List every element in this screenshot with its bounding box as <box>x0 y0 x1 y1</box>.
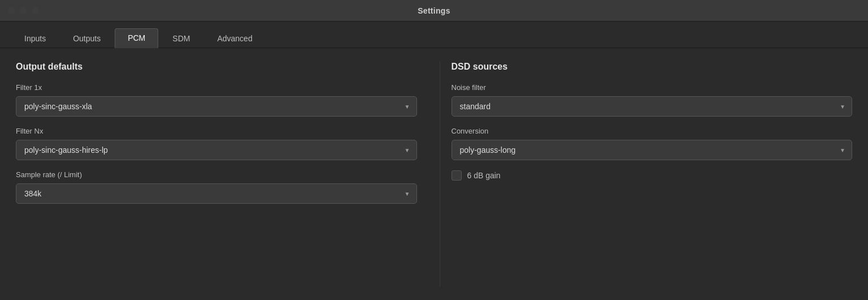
sample-rate-select-wrapper: 384k192k96k48k44.1k ▼ <box>16 183 417 204</box>
filter-1x-select[interactable]: poly-sinc-gauss-xlapoly-sinc-gauss-xlpol… <box>16 96 417 117</box>
noise-filter-label: Noise filter <box>452 83 853 92</box>
filter-1x-label: Filter 1x <box>16 83 417 92</box>
main-content: Output defaults Filter 1x poly-sinc-gaus… <box>0 48 868 300</box>
left-panel: Output defaults Filter 1x poly-sinc-gaus… <box>16 62 440 286</box>
noise-filter-group: Noise filter standardlowhighoff ▼ <box>452 83 853 117</box>
tab-advanced[interactable]: Advanced <box>204 29 265 48</box>
sample-rate-group: Sample rate (/ Limit) 384k192k96k48k44.1… <box>16 170 417 204</box>
filter-nx-label: Filter Nx <box>16 127 417 135</box>
title-bar: Settings <box>0 0 868 22</box>
tab-sdm[interactable]: SDM <box>159 29 203 48</box>
maximize-button[interactable] <box>32 7 39 14</box>
settings-window: Settings Inputs Outputs PCM SDM Advanced… <box>0 0 868 300</box>
close-button[interactable] <box>8 7 15 14</box>
filter-1x-group: Filter 1x poly-sinc-gauss-xlapoly-sinc-g… <box>16 83 417 117</box>
noise-filter-select[interactable]: standardlowhighoff <box>452 96 853 117</box>
tab-inputs[interactable]: Inputs <box>11 29 59 48</box>
conversion-group: Conversion poly-gauss-longpoly-gausspoly… <box>452 127 853 160</box>
tab-pcm[interactable]: PCM <box>115 28 158 48</box>
filter-nx-select[interactable]: poly-sinc-gauss-hires-lppoly-sinc-gauss-… <box>16 140 417 160</box>
minimize-button[interactable] <box>20 7 27 14</box>
gain-checkbox[interactable] <box>452 170 462 181</box>
gain-checkbox-label: 6 dB gain <box>467 171 501 180</box>
tabs-bar: Inputs Outputs PCM SDM Advanced <box>0 22 868 48</box>
sample-rate-label: Sample rate (/ Limit) <box>16 170 417 179</box>
output-defaults-title: Output defaults <box>16 62 417 72</box>
conversion-select[interactable]: poly-gauss-longpoly-gausspoly-gauss-shor… <box>452 140 853 160</box>
right-panel: DSD sources Noise filter standardlowhigh… <box>440 62 853 286</box>
filter-nx-select-wrapper: poly-sinc-gauss-hires-lppoly-sinc-gauss-… <box>16 140 417 160</box>
dsd-sources-title: DSD sources <box>452 62 853 72</box>
filter-nx-group: Filter Nx poly-sinc-gauss-hires-lppoly-s… <box>16 127 417 160</box>
noise-filter-select-wrapper: standardlowhighoff ▼ <box>452 96 853 117</box>
sample-rate-select[interactable]: 384k192k96k48k44.1k <box>16 183 417 204</box>
window-title: Settings <box>418 6 450 15</box>
tab-outputs[interactable]: Outputs <box>60 29 114 48</box>
gain-checkbox-row[interactable]: 6 dB gain <box>452 170 853 181</box>
filter-1x-select-wrapper: poly-sinc-gauss-xlapoly-sinc-gauss-xlpol… <box>16 96 417 117</box>
conversion-select-wrapper: poly-gauss-longpoly-gausspoly-gauss-shor… <box>452 140 853 160</box>
window-controls <box>8 7 39 14</box>
conversion-label: Conversion <box>452 127 853 135</box>
